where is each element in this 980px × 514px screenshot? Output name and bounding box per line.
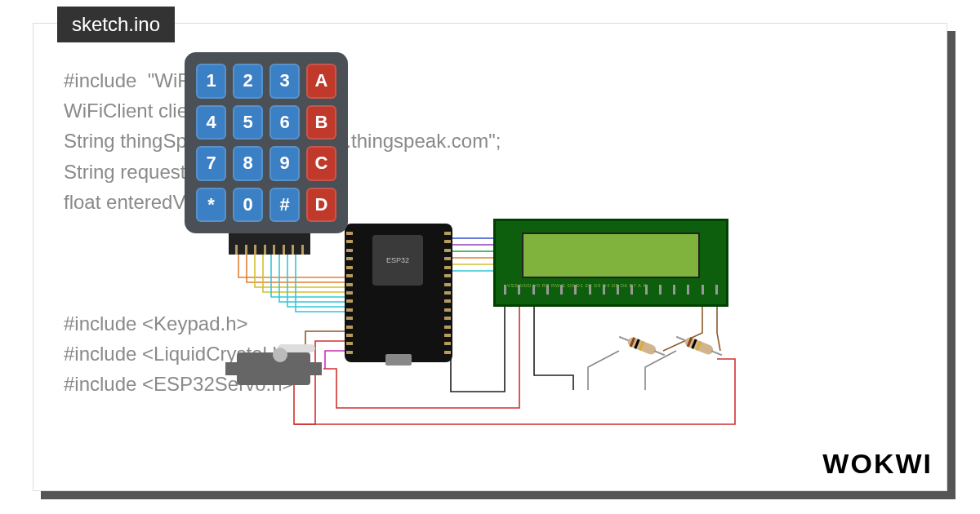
servo-hub xyxy=(273,348,287,362)
wokwi-logo: WOKWI xyxy=(822,448,933,480)
keypad-key-1[interactable]: 1 xyxy=(196,64,226,99)
keypad-key-7[interactable]: 7 xyxy=(196,146,226,181)
keypad-key-9[interactable]: 9 xyxy=(270,146,300,181)
keypad-pin-header xyxy=(229,233,310,255)
keypad-key-C[interactable]: C xyxy=(306,146,336,181)
keypad-key-B[interactable]: B xyxy=(306,105,336,140)
esp32-usb xyxy=(385,354,412,366)
keypad-key-A[interactable]: A xyxy=(306,64,336,99)
keypad-key-3[interactable]: 3 xyxy=(270,64,300,99)
keypad-key-4[interactable]: 4 xyxy=(196,105,226,140)
lcd-screen xyxy=(522,233,700,278)
keypad-key-5[interactable]: 5 xyxy=(233,105,263,140)
keypad-key-0[interactable]: 0 xyxy=(233,188,263,223)
esp32-board[interactable]: ESP32 xyxy=(345,224,452,362)
lcd-pin-header xyxy=(504,285,718,301)
esp32-right-pins xyxy=(444,232,451,354)
filename-tab: sketch.ino xyxy=(57,7,175,42)
keypad-key-2[interactable]: 2 xyxy=(233,64,263,99)
keypad-key-8[interactable]: 8 xyxy=(233,146,263,181)
keypad-key-6[interactable]: 6 xyxy=(270,105,300,140)
servo-component[interactable] xyxy=(237,352,310,385)
keypad-key-#[interactable]: # xyxy=(270,188,300,223)
keypad-key-*[interactable]: * xyxy=(196,188,226,223)
esp32-chip: ESP32 xyxy=(372,235,423,286)
lcd-component[interactable]: VSS VDD V0 RS RW E D0 D1 D2 D3 D4 D5 D6 … xyxy=(493,219,728,307)
keypad-component[interactable]: 123A456B789C*0#D xyxy=(185,52,348,233)
keypad-key-D[interactable]: D xyxy=(306,188,336,223)
esp32-left-pins xyxy=(346,232,353,354)
